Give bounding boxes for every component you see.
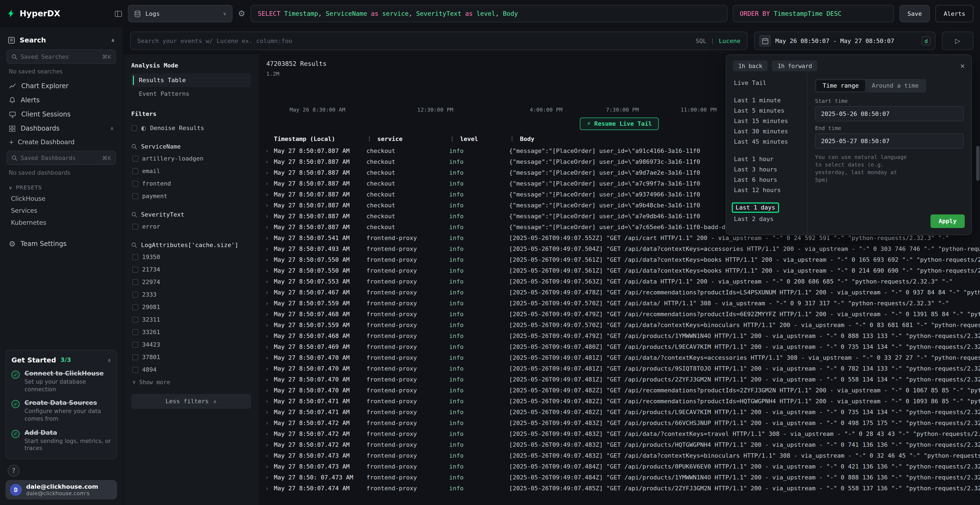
log-row[interactable]: ›May 27 8:50:07.468 AMfrontend-proxyinfo… xyxy=(259,330,980,341)
facet-checkbox[interactable]: 34423 xyxy=(131,338,251,351)
log-row[interactable]: ›May 27 8:50:07.470 AMfrontend-proxyinfo… xyxy=(259,385,980,395)
lucene-mode-toggle[interactable]: Lucene xyxy=(719,37,741,44)
log-row[interactable]: ›May 27 8:50:07.472 AMfrontend-proxyinfo… xyxy=(259,439,980,450)
log-row[interactable]: ›May 27 8:50:07.472 AMfrontend-proxyinfo… xyxy=(259,428,980,439)
time-range-option[interactable]: Last 3 hours xyxy=(732,164,802,175)
facet-checkbox[interactable]: error xyxy=(131,221,251,233)
show-more-button[interactable]: ∨Show more xyxy=(131,376,251,385)
facet-checkbox[interactable]: 32311 xyxy=(131,313,251,326)
column-header-service[interactable]: ⋮service xyxy=(366,135,449,142)
log-row[interactable]: ›May 27 8:50:07.470 AMfrontend-proxyinfo… xyxy=(259,352,980,363)
facet-checkbox[interactable]: 19350 xyxy=(131,251,251,264)
preset-clickhouse[interactable]: ClickHouse xyxy=(5,193,117,205)
log-row[interactable]: ›May 27 8:50:07.470 AMfrontend-proxyinfo… xyxy=(259,363,980,374)
nav-search[interactable]: Search ∧ xyxy=(5,32,117,48)
time-range-option[interactable]: Last 1 days xyxy=(732,202,779,213)
facet-checkbox[interactable]: artillery-loadgen xyxy=(131,152,251,165)
apply-button[interactable]: Apply xyxy=(931,214,965,228)
time-range-option[interactable]: Last 6 hours xyxy=(732,175,802,185)
facet-checkbox[interactable]: 2333 xyxy=(131,288,251,301)
sidebar-item-alerts[interactable]: Alerts xyxy=(5,93,117,107)
get-started-step[interactable]: ✓ Connect to ClickHouse Set up your data… xyxy=(11,370,111,393)
facet-checkbox[interactable]: 33261 xyxy=(131,326,251,338)
sql-select-input[interactable]: SELECT Timestamp, ServiceName as service… xyxy=(251,5,727,22)
source-settings-gear-icon[interactable]: ⚙ xyxy=(238,9,245,19)
start-time-input[interactable]: 2025-05-26 08:50:07 xyxy=(815,106,964,121)
tab-around-a-time[interactable]: Around a time xyxy=(865,80,925,91)
chevron-up-icon[interactable]: ∧ xyxy=(110,126,114,131)
preset-kubernetes[interactable]: Kubernetes xyxy=(5,217,117,229)
mode-results-table[interactable]: Results Table xyxy=(131,73,251,87)
source-select[interactable]: Logs ∨ xyxy=(128,5,232,22)
log-row[interactable]: ›May 27 8:50:07.474 AMfrontend-proxyinfo… xyxy=(259,483,980,494)
time-range-option[interactable]: Last 12 hours xyxy=(732,185,802,195)
log-row[interactable]: ›May 27 8:50:07.470 AMfrontend-proxyinfo… xyxy=(259,374,980,385)
column-resize-handle[interactable]: ⋮ xyxy=(509,135,515,142)
log-row[interactable]: ›May 27 8:50:07.550 AMfrontend-proxyinfo… xyxy=(259,265,980,276)
sidebar-collapse-icon[interactable] xyxy=(115,10,123,18)
presets-toggle[interactable]: ∨ PRESETS xyxy=(5,180,117,193)
column-resize-handle[interactable]: ⋮ xyxy=(449,135,455,142)
sql-mode-toggle[interactable]: SQL xyxy=(696,37,707,44)
sidebar-item-chart-explorer[interactable]: Chart Explorer xyxy=(5,79,117,93)
log-row[interactable]: ›May 27 8:50:07.467 AMfrontend-proxyinfo… xyxy=(259,287,980,298)
end-time-input[interactable]: 2025-05-27 08:50:07 xyxy=(815,133,964,149)
denoise-results-checkbox[interactable]: ◐ Denoise Results xyxy=(131,122,251,134)
alerts-button[interactable]: Alerts xyxy=(935,5,974,22)
log-row[interactable]: ›May 27 8:50:07.469 AMfrontend-proxyinfo… xyxy=(259,341,980,352)
scrollbar-thumb[interactable] xyxy=(976,146,980,181)
column-resize-handle[interactable]: ⋮ xyxy=(366,135,372,142)
log-row[interactable]: ›May 27 8:50:07.471 AMfrontend-proxyinfo… xyxy=(259,407,980,418)
log-row[interactable]: ›May 27 8:50:07.550 AMfrontend-proxyinfo… xyxy=(259,254,980,265)
chevron-up-icon[interactable]: ∧ xyxy=(108,357,111,363)
time-range-option[interactable]: Last 2 days xyxy=(732,214,802,224)
facet-checkbox[interactable]: 37801 xyxy=(131,351,251,364)
saved-searches-input[interactable]: Saved Searches ⌘K xyxy=(6,49,116,64)
log-row[interactable]: ›May 27 8:50:07.559 AMfrontend-proxyinfo… xyxy=(259,298,980,308)
log-row[interactable]: ›May 27 8:50:07.553 AMfrontend-proxyinfo… xyxy=(259,276,980,287)
help-button[interactable]: ? xyxy=(8,465,20,477)
lucene-search-input[interactable]: Search your events w/ Lucene ex. column:… xyxy=(130,32,748,50)
time-range-option[interactable]: Last 15 minutes xyxy=(732,116,802,126)
time-range-option[interactable]: Last 30 minutes xyxy=(732,126,802,137)
facet-checkbox[interactable]: 22974 xyxy=(131,276,251,288)
get-started-step[interactable]: ✓ Create Data Sources Configure where yo… xyxy=(11,399,111,423)
facet-checkbox[interactable]: 29081 xyxy=(131,301,251,313)
order-by-input[interactable]: ORDER BY TimestampTime DESC xyxy=(733,5,894,22)
log-row[interactable]: ›May 27 8:50:07.468 AMfrontend-proxyinfo… xyxy=(259,308,980,319)
log-row[interactable]: ›May 27 8:50:07.471 AMfrontend-proxyinfo… xyxy=(259,395,980,407)
sidebar-item-client-sessions[interactable]: Client Sessions xyxy=(5,107,117,121)
log-row[interactable]: ›May 27 8:50: 07.473 AMfrontend-proxyinf… xyxy=(259,472,980,483)
tab-time-range[interactable]: Time range xyxy=(816,80,865,91)
log-row[interactable]: ›May 27 8:50:07.473 AMfrontend-proxyinfo… xyxy=(259,450,980,461)
facet-checkbox[interactable]: email xyxy=(131,165,251,178)
save-button[interactable]: Save xyxy=(899,5,930,22)
get-started-step[interactable]: ✓ Add Data Start sending logs, metrics, … xyxy=(11,429,111,452)
log-row[interactable]: ›May 27 8:50:07.559 AMfrontend-proxyinfo… xyxy=(259,319,980,330)
log-row[interactable]: ›May 27 8:50:07.493 AMfrontend-proxyinfo… xyxy=(259,243,980,254)
back-1h-button[interactable]: 1h back xyxy=(733,60,768,71)
run-query-button[interactable]: ▷ xyxy=(942,32,974,50)
forward-1h-button[interactable]: 1h forward xyxy=(772,60,818,71)
time-range-option[interactable]: Last 1 minute xyxy=(732,95,802,106)
time-range-option[interactable]: Last 45 minutes xyxy=(732,137,802,147)
resume-live-tail-button[interactable]: ⚡ Resume Live Tail xyxy=(579,118,659,130)
log-row[interactable]: ›May 27 8:50:07.472 AMfrontend-proxyinfo… xyxy=(259,418,980,428)
column-header-timestamp[interactable]: Timestamp (Local) xyxy=(274,135,366,142)
mode-event-patterns[interactable]: Event Patterns xyxy=(131,87,251,101)
saved-dashboards-input[interactable]: Saved Dashboards ⌘K xyxy=(6,151,116,165)
column-header-level[interactable]: ⋮level xyxy=(449,135,509,142)
facet-checkbox[interactable]: 21734 xyxy=(131,264,251,276)
less-filters-button[interactable]: Less filters ∧ xyxy=(131,394,251,409)
chevron-up-icon[interactable]: ∧ xyxy=(111,37,115,43)
facet-checkbox[interactable]: 4894 xyxy=(131,364,251,376)
scrollbar[interactable] xyxy=(976,146,980,503)
create-dashboard-button[interactable]: + Create Dashboard xyxy=(5,135,117,149)
facet-checkbox[interactable]: frontend xyxy=(131,178,251,190)
facet-checkbox[interactable]: payment xyxy=(131,190,251,202)
log-row[interactable]: ›May 27 8:50:07.473 AMfrontend-proxyinfo… xyxy=(259,461,980,472)
preset-services[interactable]: Services xyxy=(5,205,117,217)
user-menu[interactable]: D dale@clickhouse.com dale@clickhouse.co… xyxy=(5,480,117,500)
close-icon[interactable]: × xyxy=(960,62,965,70)
sidebar-item-dashboards[interactable]: Dashboards ∧ xyxy=(5,121,117,135)
